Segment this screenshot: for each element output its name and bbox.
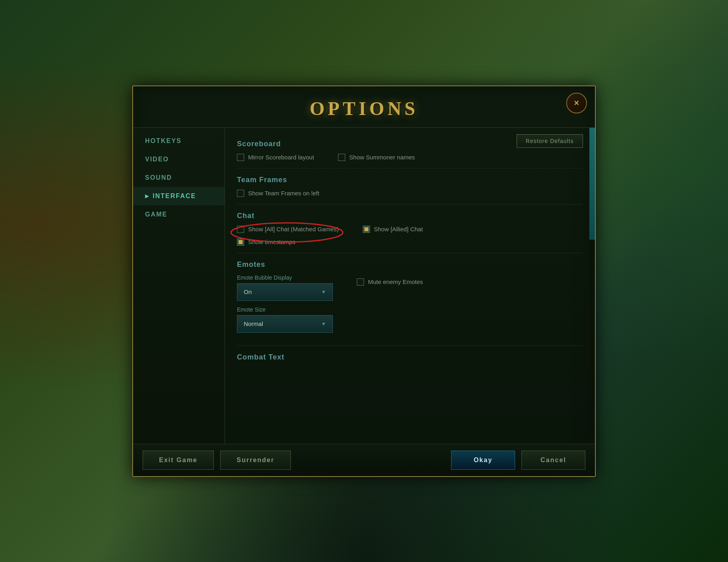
dialog-footer: Exit Game Surrender Okay Cancel (133, 444, 595, 476)
show-allied-chat-label: Show [Allied] Chat (374, 226, 423, 232)
scrollbar-thumb[interactable] (589, 128, 595, 240)
show-summoner-names-checkbox[interactable] (338, 154, 345, 161)
emote-bubble-dropdown-arrow-icon: ▼ (321, 289, 326, 295)
restore-defaults-button[interactable]: Restore Defaults (517, 134, 583, 148)
scoreboard-checkboxes: Mirror Scoreboard layout Show Summoner n… (237, 154, 583, 161)
combat-text-header: Combat Text (237, 353, 583, 361)
emote-bubble-dropdown[interactable]: On ▼ (237, 283, 333, 301)
show-timestamps-item[interactable]: Show timestamps (237, 238, 295, 246)
show-allied-chat-checkbox[interactable] (363, 226, 370, 233)
scrollbar-track[interactable] (589, 128, 595, 444)
show-timestamps-label: Show timestamps (248, 238, 295, 245)
chat-header: Chat (237, 212, 583, 220)
sidebar-item-hotkeys[interactable]: HOTKEYS (133, 132, 225, 150)
sidebar-item-sound[interactable]: SOUND (133, 169, 225, 187)
mirror-scoreboard-item[interactable]: Mirror Scoreboard layout (237, 154, 314, 161)
mirror-scoreboard-checkbox[interactable] (237, 154, 244, 161)
close-icon: × (574, 98, 579, 108)
sidebar: HOTKEYS VIDEO SOUND ▶ INTERFACE GAME (133, 128, 225, 444)
emotes-row: Emote Bubble Display On ▼ Emote Size Nor… (237, 274, 583, 338)
team-frames-header: Team Frames (237, 176, 583, 184)
sidebar-label-hotkeys: HOTKEYS (145, 137, 181, 145)
close-button[interactable]: × (566, 93, 587, 113)
dialog-body: HOTKEYS VIDEO SOUND ▶ INTERFACE GAME (133, 127, 595, 444)
show-summoner-names-label: Show Summoner names (349, 154, 415, 161)
exit-game-button[interactable]: Exit Game (143, 451, 214, 470)
title-bar: OPTIONS × (133, 86, 595, 127)
mute-enemy-emotes-checkbox[interactable] (357, 278, 364, 286)
sidebar-label-sound: SOUND (145, 174, 172, 181)
footer-right: Okay Cancel (451, 451, 585, 470)
mute-enemy-emotes-item[interactable]: Mute enemy Emotes (357, 278, 423, 286)
sidebar-label-interface: INTERFACE (153, 193, 196, 200)
mute-emotes-col: Mute enemy Emotes (357, 274, 423, 286)
chat-checkboxes-row2: Show timestamps (237, 238, 583, 246)
surrender-button[interactable]: Surrender (220, 451, 290, 470)
emote-bubble-value: On (244, 288, 252, 295)
show-all-chat-checkbox[interactable] (237, 226, 244, 233)
sidebar-label-game: GAME (145, 211, 167, 218)
show-team-frames-left-item[interactable]: Show Team Frames on left (237, 190, 319, 197)
mirror-scoreboard-label: Mirror Scoreboard layout (248, 154, 314, 161)
show-allied-chat-item[interactable]: Show [Allied] Chat (363, 226, 423, 233)
options-dialog: OPTIONS × HOTKEYS VIDEO SOUND ▶ IN (132, 85, 596, 477)
active-arrow-icon: ▶ (145, 193, 149, 199)
show-all-chat-item[interactable]: Show [All] Chat (Matched Games) (237, 226, 339, 233)
team-frames-checkboxes: Show Team Frames on left (237, 190, 583, 197)
emote-size-value: Normal (244, 320, 263, 327)
emote-size-dropdown-arrow-icon: ▼ (321, 321, 326, 327)
show-timestamps-checkbox[interactable] (237, 238, 244, 246)
dialog-title: OPTIONS (310, 98, 418, 119)
chat-checkboxes-row1: Show [All] Chat (Matched Games) Show [Al… (237, 226, 583, 233)
content-panel: Restore Defaults Scoreboard Mirror Score… (225, 128, 595, 444)
emote-bubble-col: Emote Bubble Display On ▼ Emote Size Nor… (237, 274, 333, 338)
emotes-header: Emotes (237, 260, 583, 269)
sidebar-item-game[interactable]: GAME (133, 205, 225, 224)
show-team-frames-left-checkbox[interactable] (237, 190, 244, 197)
mute-enemy-emotes-label: Mute enemy Emotes (368, 278, 423, 285)
show-summoner-names-item[interactable]: Show Summoner names (338, 154, 415, 161)
emote-size-dropdown[interactable]: Normal ▼ (237, 315, 333, 333)
dialog-overlay: OPTIONS × HOTKEYS VIDEO SOUND ▶ IN (0, 0, 728, 562)
footer-left: Exit Game Surrender (143, 451, 291, 470)
divider-2 (237, 204, 583, 205)
okay-button[interactable]: Okay (451, 451, 515, 470)
cancel-button[interactable]: Cancel (521, 451, 585, 470)
emote-size-label: Emote Size (237, 306, 333, 313)
sidebar-item-interface[interactable]: ▶ INTERFACE (133, 187, 225, 205)
sidebar-label-video: VIDEO (145, 156, 169, 163)
divider-1 (237, 168, 583, 169)
show-team-frames-left-label: Show Team Frames on left (248, 190, 319, 197)
emote-bubble-label: Emote Bubble Display (237, 274, 333, 281)
show-all-chat-label: Show [All] Chat (Matched Games) (248, 226, 339, 232)
divider-3 (237, 253, 583, 253)
divider-4 (237, 346, 583, 346)
sidebar-item-video[interactable]: VIDEO (133, 150, 225, 169)
